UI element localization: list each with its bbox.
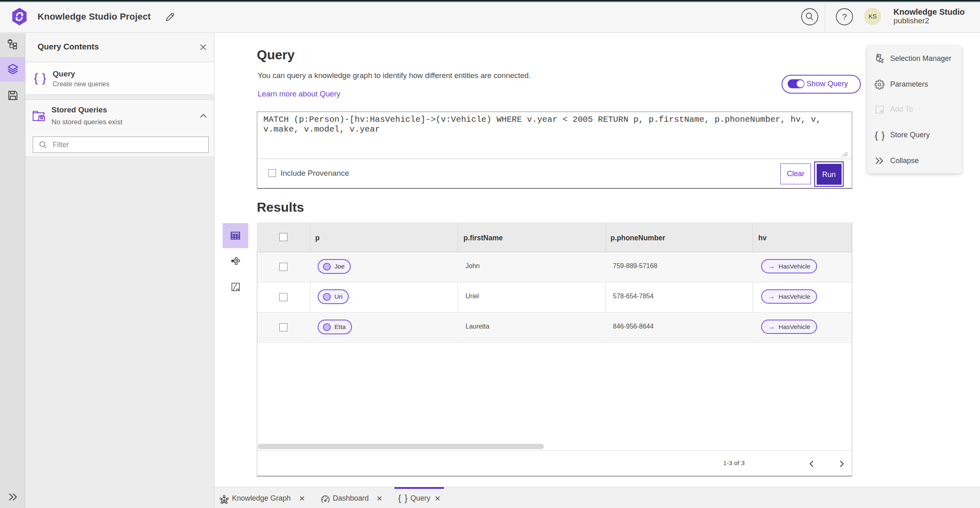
svg-text:?: ? [842,12,847,21]
